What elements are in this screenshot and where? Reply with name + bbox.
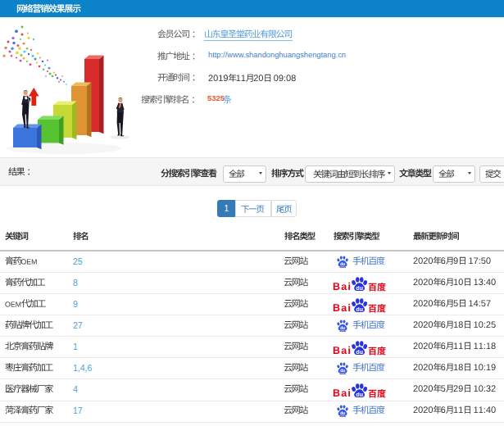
svg-text:du: du: [356, 348, 364, 354]
svg-text:du: du: [340, 325, 345, 330]
svg-text:du: du: [340, 410, 345, 415]
svg-text:du: du: [340, 261, 345, 266]
svg-text:du: du: [356, 306, 364, 311]
svg-text:du: du: [340, 368, 345, 373]
svg-text:du: du: [356, 391, 364, 397]
svg-text:du: du: [356, 284, 364, 290]
